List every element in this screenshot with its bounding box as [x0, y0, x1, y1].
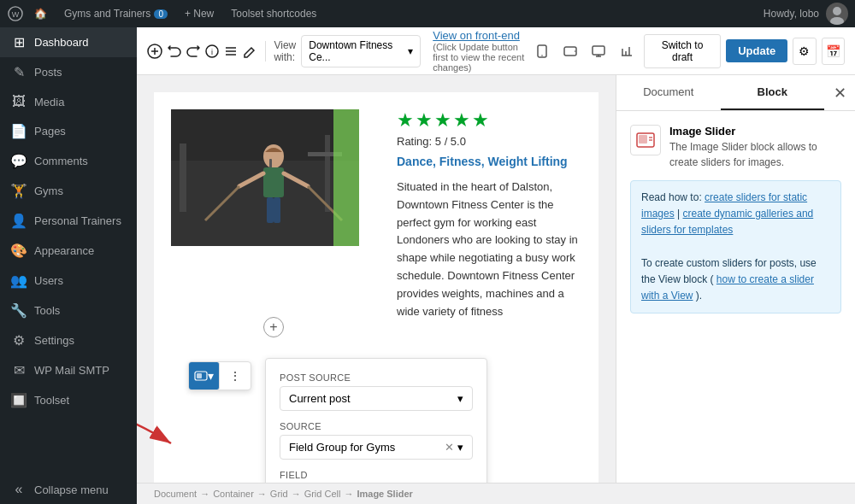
rating-text: Rating: 5 / 5.0 — [397, 135, 581, 148]
editor-area: i View with: Downtown Fitness Ce... ▾ Vi… — [137, 27, 855, 504]
svg-text:i: i — [211, 48, 213, 56]
svg-rect-34 — [274, 197, 280, 223]
block-inserter-button[interactable] — [147, 38, 162, 65]
tab-document[interactable]: Document — [616, 75, 721, 110]
svg-point-15 — [575, 50, 575, 51]
svg-point-3 — [830, 17, 844, 25]
breadcrumb-image-slider[interactable]: Image Slider — [357, 489, 412, 499]
sidebar-label-wpmail: WP Mail SMTP — [34, 364, 109, 377]
sidebar-label-toolset: Toolset — [34, 394, 69, 407]
details-button[interactable]: i — [205, 38, 219, 65]
post-content: + ★★★★★ Rating: 5 / 5.0 Dance, Fitness, … — [154, 92, 598, 483]
gym-image — [171, 109, 359, 246]
add-block-button[interactable]: + — [263, 317, 284, 337]
sidebar-item-media[interactable]: 🖼 Media — [0, 87, 137, 116]
sidebar-collapse[interactable]: « Collapse menu — [0, 475, 137, 504]
comment-bubble: 0 — [154, 9, 168, 19]
admin-bar: W 🏠 Gyms and Trainers 0 + New Toolset sh… — [0, 0, 855, 27]
breadcrumb-arrow-3: → — [292, 489, 301, 499]
source-label: Source — [280, 421, 473, 431]
breadcrumb-container[interactable]: Container — [213, 489, 254, 499]
panel-close-button[interactable]: ✕ — [824, 76, 855, 110]
block-type-icon — [630, 125, 661, 155]
desktop-view-button[interactable] — [587, 38, 610, 65]
green-overlay — [333, 109, 359, 246]
info-icon: i — [205, 44, 219, 58]
block-info-text: Image Slider The Image Slider block allo… — [669, 125, 841, 170]
admin-bar-new-label: + New — [185, 8, 214, 20]
source-chevron-icon: ▾ — [457, 441, 463, 454]
sidebar-label-media: Media — [34, 96, 64, 108]
sidebar-item-appearance[interactable]: 🎨 Appearance — [0, 236, 137, 266]
wp-logo-icon[interactable]: W — [7, 5, 24, 22]
mail-icon: ✉ — [10, 362, 27, 378]
admin-bar-home[interactable]: 🏠 — [27, 8, 54, 20]
svg-rect-33 — [267, 197, 274, 223]
sidebar-item-tools[interactable]: 🔧 Tools — [0, 296, 137, 325]
sidebar-item-comments[interactable]: 💬 Comments — [0, 146, 137, 176]
sidebar-item-users[interactable]: 👥 Users — [0, 266, 137, 296]
avatar — [826, 3, 848, 25]
sidebar-label-collapse: Collapse menu — [34, 483, 109, 496]
image-slider-block: ▾ ⋮ Post Source — [171, 358, 581, 483]
admin-bar-right: Howdy, lobo — [764, 3, 848, 25]
svg-point-2 — [833, 7, 841, 15]
breadcrumb-arrow-4: → — [344, 489, 353, 499]
svg-rect-39 — [639, 135, 647, 144]
view-select-chevron-icon: ▾ — [408, 45, 413, 57]
breadcrumb-document[interactable]: Document — [154, 489, 197, 499]
sidebar-item-pages[interactable]: 📄 Pages — [0, 116, 137, 146]
source-select[interactable]: Field Group for Gyms ✕ ▾ — [280, 435, 473, 460]
side-panel: Document Block ✕ — [616, 75, 855, 483]
list-view-button[interactable] — [224, 38, 238, 65]
undo-icon — [168, 44, 181, 58]
sidebar-item-personal-trainers[interactable]: 👤 Personal Trainers — [0, 206, 137, 236]
front-end-link-area: View on front-end (Click Update button f… — [433, 29, 525, 73]
admin-bar-shortcodes[interactable]: Toolset shortcodes — [224, 8, 323, 20]
gym-description: Situated in the heart of Dalston, Downto… — [397, 179, 581, 320]
admin-bar-new[interactable]: + New — [178, 8, 221, 20]
update-button[interactable]: Update — [726, 39, 787, 62]
chart-button[interactable] — [616, 38, 639, 65]
sidebar-label-gyms: Gyms — [34, 185, 63, 197]
admin-bar-site[interactable]: Gyms and Trainers 0 — [57, 8, 174, 20]
sidebar-item-posts[interactable]: ✎ Posts — [0, 57, 137, 87]
tab-block[interactable]: Block — [721, 75, 825, 110]
tablet-view-button[interactable] — [559, 38, 582, 65]
list-icon — [224, 44, 238, 58]
toolbar-right: Switch to draft Update ⚙ 📅 — [531, 34, 845, 68]
post-source-label: Post Source — [280, 372, 473, 383]
sidebar-item-toolset[interactable]: 🔲 Toolset — [0, 385, 137, 415]
post-source-select[interactable]: Current post ▾ — [280, 386, 473, 411]
svg-rect-26 — [325, 135, 330, 212]
media-icon: 🖼 — [10, 94, 27, 109]
toolset-icon: 🔲 — [10, 392, 27, 408]
undo-button[interactable] — [168, 38, 181, 65]
editor-toolbar: i View with: Downtown Fitness Ce... ▾ Vi… — [137, 27, 855, 75]
edit-pencil-button[interactable] — [243, 38, 256, 65]
field-label: Field — [280, 470, 473, 480]
sidebar-item-gyms[interactable]: 🏋 Gyms — [0, 176, 137, 206]
plus-in-circle-icon — [147, 44, 162, 59]
sidebar-item-wp-mail-smtp[interactable]: ✉ WP Mail SMTP — [0, 355, 137, 385]
redo-button[interactable] — [186, 38, 200, 65]
calendar-button[interactable]: 📅 — [822, 38, 845, 65]
view-front-end-link[interactable]: View on front-end — [433, 29, 525, 42]
breadcrumb-grid[interactable]: Grid — [270, 489, 288, 499]
sidebar-item-dashboard[interactable]: ⊞ Dashboard — [0, 27, 137, 57]
read-how-text: Read how to: — [641, 191, 702, 203]
sidebar: ⊞ Dashboard ✎ Posts 🖼 Media 📄 Pages 💬 Co… — [0, 27, 137, 504]
desktop-icon — [592, 45, 605, 57]
source-clear-icon: ✕ — [445, 441, 454, 454]
view-select-dropdown[interactable]: Downtown Fitness Ce... ▾ — [301, 35, 421, 67]
sidebar-item-settings[interactable]: ⚙ Settings — [0, 325, 137, 355]
settings-gear-button[interactable]: ⚙ — [793, 38, 816, 65]
breadcrumb-grid-cell[interactable]: Grid Cell — [304, 489, 341, 499]
mobile-view-button[interactable] — [531, 38, 554, 65]
switch-to-draft-button[interactable]: Switch to draft — [644, 34, 721, 68]
info-box: Read how to: create sliders for static i… — [630, 180, 841, 314]
sidebar-label-settings: Settings — [34, 334, 74, 347]
pencil-icon — [243, 44, 256, 58]
redo-icon — [186, 44, 200, 58]
slider-form-panel: Post Source Current post ▾ — [265, 358, 487, 483]
